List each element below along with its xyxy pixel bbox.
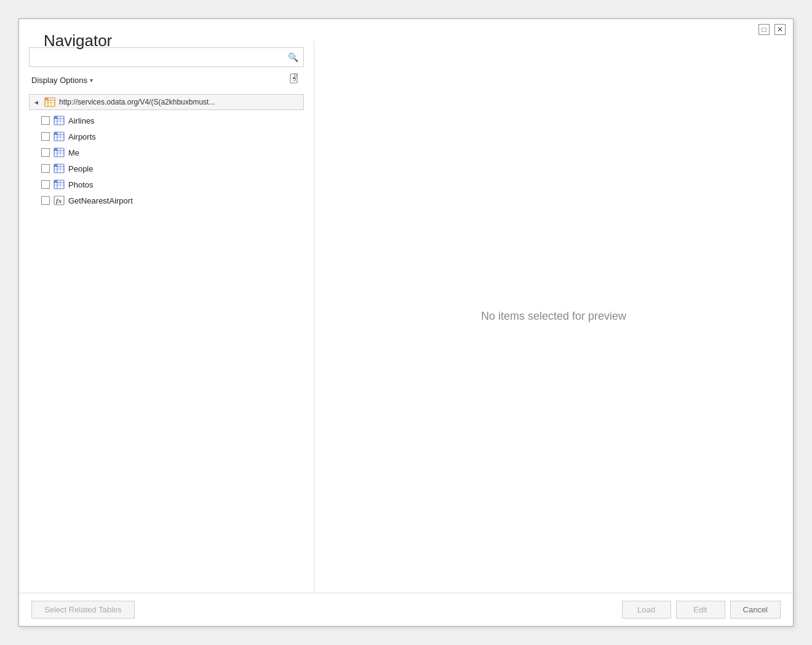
- table-icon-me: [54, 148, 65, 157]
- svg-rect-7: [45, 98, 48, 100]
- table-icon-people: [54, 164, 65, 173]
- bottom-bar: Select Related Tables Load Edit Cancel: [19, 593, 793, 626]
- search-icon: 🔍: [283, 52, 303, 62]
- table-icon-photos: [54, 180, 65, 189]
- tree-item-people[interactable]: People: [39, 160, 304, 176]
- label-photos: Photos: [68, 180, 93, 189]
- label-me: Me: [68, 148, 79, 157]
- bottom-left-actions: Select Related Tables: [31, 601, 135, 619]
- label-getnearestairport: GetNearestAirport: [68, 196, 133, 205]
- svg-rect-19: [54, 132, 57, 135]
- label-people: People: [68, 164, 93, 173]
- navigator-window: Navigator □ ✕ 🔍 Display Options ▾: [18, 18, 794, 627]
- root-table-icon: [44, 97, 55, 107]
- display-options-button[interactable]: Display Options ▾: [29, 74, 95, 86]
- checkbox-getnearestairport[interactable]: [41, 196, 50, 205]
- checkbox-airlines[interactable]: [41, 116, 50, 125]
- svg-text:fx: fx: [56, 197, 62, 204]
- no-preview-text: No items selected for preview: [481, 310, 626, 323]
- svg-rect-1: [295, 74, 297, 76]
- cancel-button[interactable]: Cancel: [730, 601, 781, 619]
- close-button[interactable]: ✕: [774, 24, 786, 35]
- label-airports: Airports: [68, 132, 96, 141]
- tree-items: Airlines: [29, 113, 304, 208]
- tree-item-airports[interactable]: Airports: [39, 129, 304, 144]
- svg-rect-25: [54, 148, 57, 151]
- checkbox-photos[interactable]: [41, 180, 50, 189]
- collapse-icon: ◄: [33, 99, 41, 106]
- chevron-down-icon: ▾: [90, 77, 93, 84]
- display-options-label: Display Options: [31, 76, 87, 85]
- toolbar-row: Display Options ▾: [29, 72, 304, 88]
- window-title: Navigator: [44, 31, 112, 50]
- minimize-button[interactable]: □: [758, 24, 770, 35]
- tree-container: ◄ http://services.odata.org/V4/(S(a2khbu…: [29, 94, 304, 585]
- tree-item-photos[interactable]: Photos: [39, 176, 304, 192]
- tree-root-item[interactable]: ◄ http://services.odata.org/V4/(S(a2khbu…: [29, 94, 304, 110]
- refresh-icon: [289, 73, 300, 84]
- checkbox-me[interactable]: [41, 148, 50, 157]
- table-icon-airports: [54, 132, 65, 141]
- tree-root-label: http://services.odata.org/V4/(S(a2khbuxb…: [59, 98, 300, 106]
- title-bar: Navigator □ ✕: [19, 19, 793, 40]
- label-airlines: Airlines: [68, 116, 95, 125]
- select-related-tables-button[interactable]: Select Related Tables: [31, 601, 135, 619]
- search-input[interactable]: [30, 50, 283, 65]
- refresh-button[interactable]: [285, 72, 304, 88]
- bottom-right-actions: Load Edit Cancel: [622, 601, 781, 619]
- tree-item-getnearestairport[interactable]: fx GetNearestAirport: [39, 192, 304, 208]
- function-icon-getnearestairport: fx: [54, 196, 65, 205]
- checkbox-airports[interactable]: [41, 132, 50, 141]
- edit-button[interactable]: Edit: [676, 601, 725, 619]
- svg-rect-37: [54, 180, 57, 183]
- content-area: 🔍 Display Options ▾: [19, 40, 793, 593]
- svg-rect-13: [54, 116, 57, 119]
- title-bar-controls: □ ✕: [758, 24, 786, 35]
- tree-item-airlines[interactable]: Airlines: [39, 113, 304, 129]
- checkbox-people[interactable]: [41, 164, 50, 173]
- right-panel: No items selected for preview: [314, 40, 793, 593]
- tree-item-me[interactable]: Me: [39, 144, 304, 160]
- left-panel: 🔍 Display Options ▾: [19, 40, 314, 593]
- table-icon-airlines: [54, 116, 65, 125]
- svg-rect-31: [54, 164, 57, 167]
- load-button[interactable]: Load: [622, 601, 671, 619]
